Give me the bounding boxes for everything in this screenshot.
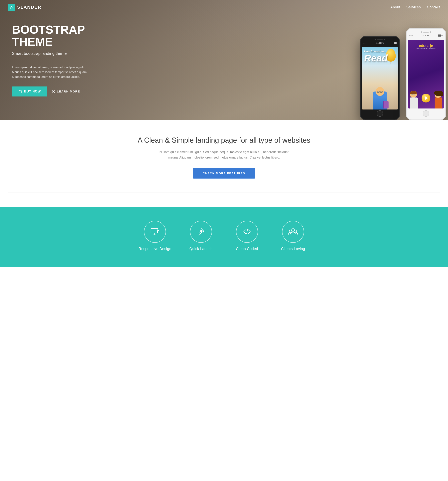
- phone-white-camera: [421, 31, 431, 33]
- svg-point-9: [201, 230, 202, 232]
- read-character: [373, 87, 387, 110]
- svg-point-12: [289, 230, 291, 232]
- man-lens-left: [411, 94, 413, 95]
- read-app-bg: How to read ru...: [362, 47, 398, 110]
- educa-title: educa ▶: [408, 43, 444, 48]
- phone-black: ●●● 14:06 PM ▓▓ How to read ru...: [360, 36, 400, 120]
- boy-head: [376, 87, 384, 96]
- features-section: A Clean & Simple landing page for all ty…: [0, 120, 448, 207]
- svg-line-0: [10, 7, 11, 9]
- code-icon: [242, 227, 252, 237]
- clients-label: Clients Loving: [281, 247, 305, 251]
- white-camera-dot: [421, 31, 422, 33]
- nav-about[interactable]: About: [390, 5, 400, 9]
- brand-icon: [8, 4, 15, 11]
- white-status-carrier: ●●●: [409, 34, 413, 37]
- white-camera-speaker: [423, 32, 429, 33]
- phone-black-status: ●●● 14:06 PM ▓▓: [362, 41, 398, 45]
- read-text-label: Read: [364, 53, 387, 64]
- brand-logo[interactable]: SLANDER: [8, 4, 41, 11]
- teal-section: Responsive Design Quick Launch: [0, 207, 448, 267]
- camera-dot: [375, 39, 376, 40]
- book: [383, 101, 388, 108]
- read-app-title: How to read ru...: [364, 50, 386, 53]
- phones-wrapper: ●●● 14:06 PM ▓▓ How to read ru...: [356, 4, 448, 120]
- coded-icon-circle: [236, 221, 258, 243]
- responsive-label: Responsive Design: [138, 247, 171, 251]
- nav-services[interactable]: Services: [406, 5, 421, 9]
- check-features-button[interactable]: CHECK MORE FEATURES: [193, 168, 255, 179]
- rocket-icon: [196, 227, 206, 237]
- white-camera-dot-2: [430, 31, 431, 33]
- phone-white-screen: educa ▶ Video Player for the Net Scholar: [408, 40, 444, 108]
- monitor-icon: [150, 227, 160, 237]
- svg-line-10: [246, 229, 248, 234]
- svg-rect-2: [19, 91, 22, 93]
- clients-icon-circle: [282, 221, 304, 243]
- svg-point-13: [295, 230, 297, 232]
- status-battery: ▓▓: [394, 42, 396, 44]
- phone-black-camera: [375, 39, 385, 40]
- hero-subtitle: Smart bootstrap landing theme: [12, 51, 92, 56]
- teal-item-coded: Clean Coded: [226, 221, 268, 251]
- learn-more-button[interactable]: LEARN MORE: [52, 90, 80, 93]
- phone-black-screen: How to read ru...: [362, 47, 398, 110]
- man-lens-right: [413, 94, 415, 95]
- status-time: 14:06 PM: [376, 42, 384, 44]
- teal-item-responsive: Responsive Design: [134, 221, 176, 251]
- white-status-battery: ▓▓ □: [438, 34, 443, 37]
- nav-menu: About Services Contact: [390, 5, 440, 9]
- launch-icon-circle: [190, 221, 212, 243]
- phone-black-home: [377, 110, 383, 117]
- man-head: [410, 91, 417, 98]
- teal-grid: Responsive Design Quick Launch: [134, 221, 314, 251]
- woman-body: [435, 98, 442, 108]
- phone-white-status: ●●● 14:06 PM ▓▓ □: [408, 33, 444, 38]
- glass-right: [380, 91, 383, 93]
- educa-app-bg: educa ▶ Video Player for the Net Scholar: [408, 40, 444, 108]
- svg-point-4: [53, 91, 54, 92]
- hero-section: BOOTSTRAP THEME Smart bootstrap landing …: [0, 0, 448, 120]
- man-glasses: [411, 94, 415, 95]
- responsive-icon-circle: [144, 221, 166, 243]
- white-status-time: 14:06 PM: [422, 34, 429, 37]
- features-divider: [8, 193, 440, 193]
- hero-buttons: BUY NOW LEARN MORE: [12, 86, 92, 97]
- educa-woman-character: [435, 91, 442, 108]
- play-arrow: [425, 96, 428, 100]
- man-hair: [410, 91, 417, 94]
- hero-divider: [12, 60, 68, 60]
- woman-hair: [434, 91, 443, 96]
- nav-contact[interactable]: Contact: [427, 5, 440, 9]
- hero-content: BOOTSTRAP THEME Smart bootstrap landing …: [0, 24, 104, 97]
- status-carrier: ●●●: [363, 42, 366, 44]
- learn-icon: [52, 90, 55, 93]
- hero-description: Lorem ipsum dolor sit amet, consectetur …: [12, 65, 92, 79]
- gold-play-button: [422, 94, 430, 103]
- launch-label: Quick Launch: [189, 247, 213, 251]
- hero-phones: ●●● 14:06 PM ▓▓ How to read ru...: [356, 0, 448, 120]
- educa-man-character: [410, 91, 418, 108]
- buy-icon: [18, 90, 22, 93]
- users-icon: [288, 227, 298, 237]
- educa-tagline: Video Player for the Net Scholar: [408, 48, 444, 49]
- navbar: SLANDER About Services Contact: [0, 0, 448, 15]
- camera-speaker: [377, 39, 383, 40]
- balloon-string: [391, 61, 391, 64]
- man-body: [410, 98, 418, 108]
- coded-label: Clean Coded: [236, 247, 258, 251]
- phone-white: ●●● 14:06 PM ▓▓ □ educa ▶ Video Player f…: [406, 28, 446, 120]
- features-title: A Clean & Simple landing page for all ty…: [8, 136, 440, 144]
- boy-glasses: [377, 91, 383, 93]
- features-description: Nullam quis elementum ligula. Sed neque …: [154, 149, 294, 160]
- hero-title: BOOTSTRAP THEME: [12, 24, 92, 48]
- buy-now-button[interactable]: BUY NOW: [12, 86, 47, 97]
- glass-left: [377, 91, 380, 93]
- brand-name: SLANDER: [17, 5, 41, 10]
- camera-dot-2: [384, 39, 385, 40]
- teal-item-clients: Clients Loving: [272, 221, 314, 251]
- svg-line-1: [11, 7, 13, 9]
- teal-item-launch: Quick Launch: [180, 221, 222, 251]
- svg-rect-5: [151, 228, 158, 233]
- phone-white-home: [423, 110, 429, 117]
